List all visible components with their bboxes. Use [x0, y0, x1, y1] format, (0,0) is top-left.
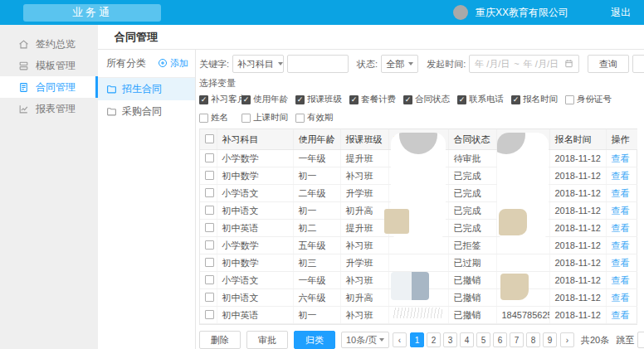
- view-link[interactable]: 查看: [612, 258, 630, 268]
- variable-checkbox-上课时间[interactable]: 上课时间: [242, 112, 295, 124]
- sidebar-item-签约总览[interactable]: 签约总览: [0, 33, 98, 55]
- delete-button[interactable]: 删除: [199, 331, 241, 349]
- page-button-7[interactable]: 7: [510, 332, 524, 347]
- view-link[interactable]: 查看: [612, 275, 630, 285]
- cell-class: 升学班: [340, 185, 388, 202]
- variable-checkbox-使用年龄[interactable]: 使用年龄: [242, 94, 295, 105]
- checkbox-icon[interactable]: [511, 95, 520, 104]
- view-link[interactable]: 查看: [612, 310, 630, 320]
- chevron-down-icon: [379, 338, 384, 342]
- row-checkbox[interactable]: [205, 223, 214, 232]
- select-all-checkbox[interactable]: [205, 134, 214, 143]
- logout-link[interactable]: 退出: [611, 6, 631, 20]
- cell-action: 查看: [606, 202, 637, 220]
- jump-label: 跳至: [616, 334, 634, 347]
- view-link[interactable]: 查看: [612, 153, 630, 163]
- view-link[interactable]: 查看: [612, 188, 630, 198]
- variable-checkbox-报课班级[interactable]: 报课班级: [295, 94, 349, 105]
- cell-class: 补习班: [340, 237, 388, 254]
- page-button-9[interactable]: 9: [543, 332, 557, 347]
- checkbox-icon[interactable]: [403, 95, 412, 104]
- jump-page-input[interactable]: [637, 332, 644, 348]
- row-checkbox[interactable]: [205, 275, 214, 284]
- view-link[interactable]: 查看: [612, 293, 630, 303]
- page-button-8[interactable]: 8: [526, 332, 540, 347]
- row-checkbox[interactable]: [205, 206, 214, 215]
- row-checkbox[interactable]: [205, 171, 214, 180]
- prev-page-button[interactable]: ‹: [393, 332, 407, 347]
- sidebar-item-模板管理[interactable]: 模板管理: [0, 55, 98, 76]
- status-select[interactable]: 全部: [381, 55, 418, 73]
- table-row: 小学数学五年级补习班已拒签2018-11-12查看: [200, 237, 637, 254]
- variable-checkbox-姓名[interactable]: 姓名: [199, 112, 242, 124]
- row-checkbox-cell: [200, 289, 217, 307]
- category-item-采购合同[interactable]: 采购合同: [98, 100, 195, 123]
- view-link[interactable]: 查看: [612, 223, 630, 233]
- variable-checkbox-身份证号[interactable]: 身份证号: [565, 94, 637, 105]
- page-button-6[interactable]: 6: [493, 332, 507, 347]
- export-button[interactable]: 导出: [632, 55, 644, 73]
- sidebar-item-报表管理[interactable]: 报表管理: [0, 98, 98, 119]
- next-page-button[interactable]: ›: [560, 332, 574, 347]
- page-button-4[interactable]: 4: [460, 332, 474, 347]
- checkbox-icon[interactable]: [349, 95, 359, 104]
- checkbox-icon[interactable]: [199, 95, 208, 104]
- category-item-招生合同[interactable]: 招生合同: [98, 78, 195, 100]
- cell-phone: [496, 202, 549, 220]
- date-range-input[interactable]: 年 /月/日 ~ 年 /月/日: [469, 55, 579, 73]
- row-checkbox[interactable]: [205, 293, 214, 302]
- page-button-5[interactable]: 5: [476, 332, 490, 347]
- checkbox-icon[interactable]: [199, 114, 208, 123]
- view-link[interactable]: 查看: [612, 206, 630, 216]
- checkbox-icon[interactable]: [295, 114, 305, 123]
- page-button-2[interactable]: 2: [427, 332, 441, 347]
- page-size-select[interactable]: 10条/页: [341, 332, 389, 348]
- cell-status: 已过期: [448, 254, 496, 272]
- page-button-3[interactable]: 3: [443, 332, 457, 347]
- cell-phone: [496, 272, 549, 289]
- cell-phone: [496, 220, 549, 237]
- row-checkbox[interactable]: [205, 310, 214, 319]
- table-row: 小学语文一年级补习班已撤销2018-11-12查看: [200, 272, 637, 289]
- categorize-button[interactable]: 归类: [294, 331, 335, 349]
- row-checkbox-cell: [200, 220, 217, 237]
- checkbox-icon[interactable]: [565, 95, 574, 104]
- variable-checkbox-补习客户[interactable]: 补习客户: [199, 94, 242, 105]
- variable-checkbox-报名时间[interactable]: 报名时间: [511, 94, 565, 105]
- add-category-button[interactable]: 添加: [158, 57, 188, 70]
- checkbox-icon[interactable]: [457, 95, 466, 104]
- category-header: 所有分类: [106, 56, 146, 70]
- keyword-type-select[interactable]: 补习科目: [232, 55, 284, 73]
- row-checkbox[interactable]: [205, 188, 214, 197]
- variable-label: 有效期: [307, 112, 334, 124]
- sidebar-item-合同管理[interactable]: 合同管理: [0, 76, 98, 98]
- view-link[interactable]: 查看: [612, 171, 630, 181]
- app-title-button[interactable]: 业务通: [23, 4, 161, 22]
- cell-fee: [388, 289, 448, 307]
- variable-checkbox-有效期[interactable]: 有效期: [295, 112, 349, 124]
- row-checkbox[interactable]: [205, 240, 214, 250]
- page-button-1[interactable]: 1: [410, 332, 424, 347]
- keyword-input[interactable]: [287, 55, 349, 73]
- search-button[interactable]: 查询: [588, 55, 629, 73]
- date-label: 发起时间:: [427, 58, 466, 70]
- checkbox-icon[interactable]: [242, 95, 251, 104]
- checkbox-icon[interactable]: [295, 95, 305, 104]
- variable-checkbox-联系电话[interactable]: 联系电话: [457, 94, 511, 105]
- row-checkbox[interactable]: [205, 258, 214, 267]
- table-row: 初中语文初一初升高已完成2018-11-12查看: [200, 202, 637, 220]
- cell-phone: [496, 167, 549, 185]
- cell-action: 查看: [606, 289, 637, 307]
- table-header-row: 补习科目使用年龄报课班级套餐计费合同状态联系电话报名时间操作: [200, 129, 637, 150]
- cell-action: 查看: [606, 167, 637, 185]
- row-checkbox[interactable]: [205, 153, 214, 162]
- topbar: 业务通 重庆XX教育有限公司 退出: [0, 0, 644, 25]
- date-end-placeholder: 年 /月/日: [524, 58, 559, 70]
- cell-age: 六年级: [293, 289, 340, 307]
- cell-subject: 初中语文: [217, 202, 293, 220]
- view-link[interactable]: 查看: [612, 240, 630, 250]
- approve-button[interactable]: 审批: [246, 331, 288, 349]
- variable-checkbox-合同状态[interactable]: 合同状态: [403, 94, 457, 105]
- checkbox-icon[interactable]: [242, 114, 251, 123]
- variable-checkbox-套餐计费[interactable]: 套餐计费: [349, 94, 403, 105]
